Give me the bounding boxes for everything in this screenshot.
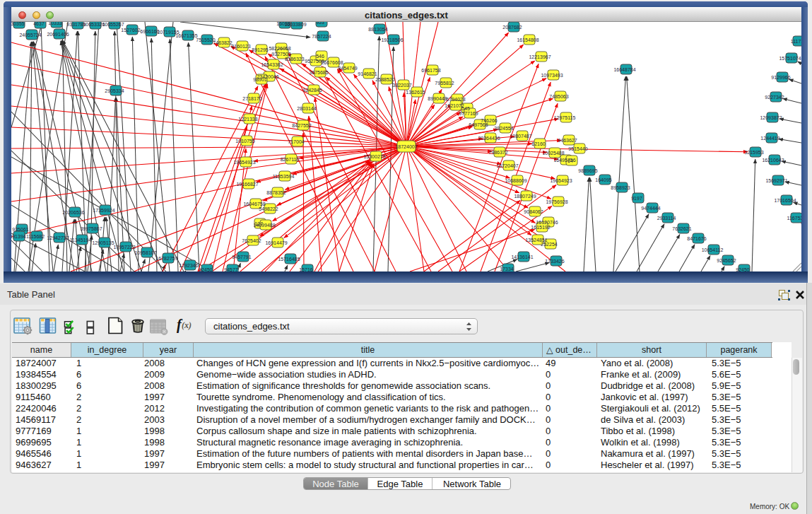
svg-text:9084067: 9084067 xyxy=(524,209,543,214)
svg-text:9146821: 9146821 xyxy=(358,71,377,76)
svg-text:20364436: 20364436 xyxy=(478,136,500,141)
svg-text:8160123: 8160123 xyxy=(231,44,250,49)
svg-text:39975867: 39975867 xyxy=(80,226,102,231)
svg-text:891295: 891295 xyxy=(252,47,268,52)
svg-text:64: 64 xyxy=(567,158,573,163)
svg-text:9327503: 9327503 xyxy=(271,52,290,57)
svg-text:8878352: 8878352 xyxy=(266,190,286,195)
svg-text:1010755: 1010755 xyxy=(235,139,254,144)
svg-text:92450: 92450 xyxy=(736,267,750,272)
svg-text:1221338: 1221338 xyxy=(238,117,257,122)
svg-text:9197: 9197 xyxy=(631,196,642,201)
svg-text:9242845: 9242845 xyxy=(302,88,322,93)
svg-text:4637: 4637 xyxy=(33,22,45,26)
svg-text:20206536: 20206536 xyxy=(62,210,84,215)
svg-text:15300275: 15300275 xyxy=(363,154,385,159)
svg-text:16210643: 16210643 xyxy=(762,158,784,163)
svg-text:17359924: 17359924 xyxy=(93,208,114,213)
svg-text:935061: 935061 xyxy=(12,227,28,232)
svg-text:16046758: 16046758 xyxy=(243,201,265,206)
svg-text:10807487: 10807487 xyxy=(510,134,531,139)
svg-text:8471676: 8471676 xyxy=(687,236,706,241)
svg-text:2087682: 2087682 xyxy=(502,25,522,30)
svg-text:92450: 92450 xyxy=(199,267,213,272)
svg-text:19166827: 19166827 xyxy=(236,182,258,187)
svg-text:545: 545 xyxy=(461,106,470,111)
svg-text:7625402: 7625402 xyxy=(242,238,261,243)
svg-text:6961758: 6961758 xyxy=(421,68,440,73)
svg-text:8454749: 8454749 xyxy=(338,66,357,71)
svg-text:10958107: 10958107 xyxy=(134,250,156,255)
svg-text:164095: 164095 xyxy=(595,177,611,182)
svg-text:1733426: 1733426 xyxy=(545,259,564,264)
svg-text:19654923: 19654923 xyxy=(550,178,572,183)
svg-text:717004: 717004 xyxy=(288,139,304,144)
svg-text:2933114: 2933114 xyxy=(657,216,676,221)
svg-text:8958923: 8958923 xyxy=(611,185,630,190)
svg-text:19756928: 19756928 xyxy=(546,199,567,204)
svg-text:18724007: 18724007 xyxy=(395,144,417,149)
svg-text:16648784: 16648784 xyxy=(613,67,635,72)
svg-text:15716485: 15716485 xyxy=(278,257,300,262)
svg-text:9777169: 9777169 xyxy=(459,111,478,116)
svg-text:10654112: 10654112 xyxy=(702,247,724,252)
svg-text:12213967: 12213967 xyxy=(529,54,551,59)
svg-text:16154808: 16154808 xyxy=(517,37,539,42)
svg-text:16782759: 16782759 xyxy=(155,256,177,261)
svg-text:2803144: 2803144 xyxy=(297,106,316,111)
svg-text:9457791: 9457791 xyxy=(232,255,251,259)
svg-text:98901: 98901 xyxy=(253,77,267,82)
svg-text:19654923: 19654923 xyxy=(233,160,255,165)
svg-text:15751074: 15751074 xyxy=(779,56,801,61)
svg-text:5498222: 5498222 xyxy=(259,206,278,211)
svg-text:26676608: 26676608 xyxy=(321,60,343,65)
svg-text:9463627: 9463627 xyxy=(558,138,577,143)
svg-text:16033809: 16033809 xyxy=(284,22,306,27)
svg-text:9515440: 9515440 xyxy=(568,146,587,151)
svg-text:8267110: 8267110 xyxy=(281,157,300,162)
svg-text:8186323: 8186323 xyxy=(285,57,304,62)
svg-text:10025488: 10025488 xyxy=(542,151,564,156)
svg-text:17016504: 17016504 xyxy=(774,198,796,203)
svg-text:1527602: 1527602 xyxy=(121,28,140,33)
svg-text:7955812: 7955812 xyxy=(435,81,454,86)
svg-text:116753: 116753 xyxy=(787,216,801,221)
svg-text:6794028: 6794028 xyxy=(446,97,465,102)
svg-text:20691406: 20691406 xyxy=(47,32,69,37)
svg-text:16120746: 16120746 xyxy=(536,220,558,225)
svg-text:9245652: 9245652 xyxy=(717,258,736,263)
svg-text:1615192: 1615192 xyxy=(531,225,550,230)
svg-text:12093872: 12093872 xyxy=(760,115,782,120)
svg-text:8990448: 8990448 xyxy=(428,96,447,101)
svg-text:18807249: 18807249 xyxy=(514,194,536,199)
svg-text:7485063: 7485063 xyxy=(549,94,568,99)
svg-text:7632621: 7632621 xyxy=(672,226,691,231)
svg-text:3215953: 3215953 xyxy=(744,150,763,155)
svg-text:9227342: 9227342 xyxy=(765,95,784,100)
svg-text:10655267: 10655267 xyxy=(102,22,124,27)
svg-text:546: 546 xyxy=(316,54,324,59)
svg-text:2588520: 2588520 xyxy=(375,77,394,82)
svg-text:3822037: 3822037 xyxy=(392,83,411,88)
svg-text:10333: 10333 xyxy=(48,22,62,25)
svg-text:94577: 94577 xyxy=(224,267,238,272)
svg-text:3824554: 3824554 xyxy=(494,126,513,131)
svg-text:15720407: 15720407 xyxy=(496,163,518,168)
svg-text:12905135: 12905135 xyxy=(92,240,114,245)
svg-text:3675685: 3675685 xyxy=(309,70,328,75)
svg-text:11345194: 11345194 xyxy=(70,238,92,243)
svg-text:9889695: 9889695 xyxy=(578,168,597,173)
svg-text:7986372: 7986372 xyxy=(488,150,507,155)
svg-text:16671355: 16671355 xyxy=(175,33,197,38)
svg-text:17957223: 17957223 xyxy=(113,245,135,250)
svg-text:16543362: 16543362 xyxy=(261,62,283,67)
svg-text:62160: 62160 xyxy=(531,141,546,146)
svg-text:9129966: 9129966 xyxy=(771,75,790,80)
svg-text:252254: 252254 xyxy=(541,242,557,247)
svg-text:58226058: 58226058 xyxy=(269,46,290,51)
svg-text:11353594: 11353594 xyxy=(273,174,295,179)
svg-text:24055724: 24055724 xyxy=(19,33,41,37)
svg-text:10688609: 10688609 xyxy=(505,178,526,183)
svg-text:12942737: 12942737 xyxy=(47,235,69,240)
svg-text:15692971: 15692971 xyxy=(765,178,787,183)
